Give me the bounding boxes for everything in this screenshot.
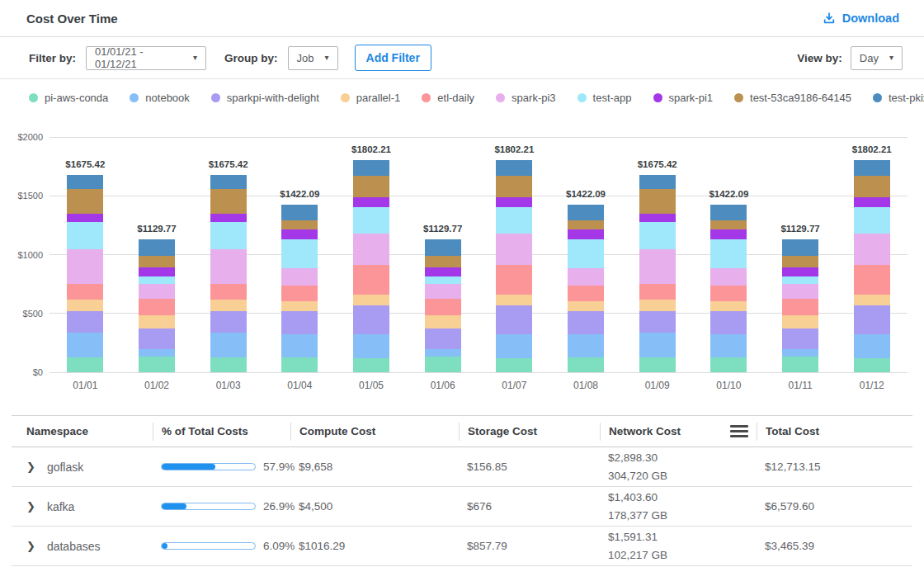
stacked-bar[interactable]	[710, 205, 747, 372]
bar-segment-test-pkix[interactable]	[568, 205, 604, 220]
bar-segment-test-app[interactable]	[139, 276, 175, 284]
bar-segment-parallel-1[interactable]	[710, 301, 747, 311]
legend-item-spark-pi1[interactable]: spark-pi1	[653, 92, 713, 104]
bar-segment-spark-pi3[interactable]	[568, 268, 604, 286]
bar-segment-etl-daily[interactable]	[210, 284, 247, 300]
bar-segment-test-53ca9186-64145[interactable]	[568, 220, 604, 229]
bar-segment-sparkpi-with-delight[interactable]	[139, 328, 175, 349]
bar-segment-test-pkix[interactable]	[639, 175, 676, 188]
bar-segment-test-53ca9186-64145[interactable]	[210, 189, 247, 214]
bar-segment-etl-daily[interactable]	[782, 299, 818, 315]
bar-segment-test-53ca9186-64145[interactable]	[281, 220, 318, 229]
bar-segment-etl-daily[interactable]	[425, 299, 461, 315]
bar-segment-sparkpi-with-delight[interactable]	[568, 311, 604, 334]
column-menu-icon[interactable]	[730, 425, 748, 437]
bar-segment-sparkpi-with-delight[interactable]	[281, 311, 318, 334]
bar-segment-notebook[interactable]	[210, 333, 247, 357]
table-row[interactable]: ❯databases6.09%$1016.29$857.79$1,591.311…	[12, 527, 912, 566]
bar-segment-test-pkix[interactable]	[353, 160, 389, 175]
bar-segment-pi-aws-conda[interactable]	[210, 357, 247, 372]
bar-segment-sparkpi-with-delight[interactable]	[67, 311, 103, 333]
bar-segment-test-53ca9186-64145[interactable]	[782, 256, 818, 267]
bar-segment-pi-aws-conda[interactable]	[281, 357, 318, 372]
bar-segment-pi-aws-conda[interactable]	[639, 357, 676, 372]
bar-segment-test-53ca9186-64145[interactable]	[496, 176, 532, 198]
stacked-bar[interactable]	[496, 160, 532, 372]
bar-segment-pi-aws-conda[interactable]	[67, 357, 103, 372]
bar-segment-sparkpi-with-delight[interactable]	[496, 305, 532, 334]
bar-segment-notebook[interactable]	[568, 334, 604, 357]
bar-segment-spark-pi3[interactable]	[639, 249, 676, 284]
bar-segment-spark-pi1[interactable]	[425, 267, 461, 276]
bar-segment-notebook[interactable]	[425, 349, 461, 357]
bar-segment-test-53ca9186-64145[interactable]	[854, 176, 890, 198]
bar-segment-sparkpi-with-delight[interactable]	[425, 328, 461, 349]
bar-segment-test-pkix[interactable]	[496, 160, 532, 175]
table-row[interactable]: ❯goflask57.9%$9,658$156.85$2,898.30304,7…	[12, 447, 912, 487]
bar-segment-notebook[interactable]	[67, 333, 103, 357]
bar-segment-spark-pi1[interactable]	[568, 229, 604, 239]
bar-segment-notebook[interactable]	[281, 334, 318, 357]
stacked-bar[interactable]	[139, 239, 175, 372]
bar-segment-spark-pi3[interactable]	[854, 234, 890, 265]
bar-segment-sparkpi-with-delight[interactable]	[710, 311, 747, 334]
stacked-bar[interactable]	[639, 175, 676, 372]
bar-segment-pi-aws-conda[interactable]	[568, 357, 604, 372]
bar-segment-pi-aws-conda[interactable]	[496, 358, 532, 372]
bar-segment-spark-pi1[interactable]	[710, 229, 747, 239]
bar-segment-notebook[interactable]	[353, 334, 389, 358]
bar-segment-test-53ca9186-64145[interactable]	[425, 256, 461, 267]
bar-segment-test-pkix[interactable]	[139, 239, 175, 256]
bar-segment-parallel-1[interactable]	[568, 301, 604, 311]
bar-segment-spark-pi3[interactable]	[67, 249, 103, 284]
bar-segment-spark-pi1[interactable]	[139, 267, 175, 276]
bar-segment-test-app[interactable]	[710, 239, 747, 268]
legend-item-pi-aws-conda[interactable]: pi-aws-conda	[29, 92, 108, 104]
bar-segment-notebook[interactable]	[854, 334, 890, 358]
bar-segment-sparkpi-with-delight[interactable]	[782, 328, 818, 349]
bar-segment-parallel-1[interactable]	[281, 301, 318, 311]
expand-chevron-icon[interactable]: ❯	[26, 500, 35, 513]
expand-chevron-icon[interactable]: ❯	[26, 540, 35, 552]
stacked-bar[interactable]	[854, 160, 890, 372]
bar-segment-spark-pi1[interactable]	[854, 197, 890, 207]
bar-segment-pi-aws-conda[interactable]	[854, 358, 890, 372]
date-range-select[interactable]: 01/01/21 - 01/12/21 ▾	[86, 46, 206, 70]
bar-segment-test-53ca9186-64145[interactable]	[67, 189, 103, 214]
bar-segment-parallel-1[interactable]	[782, 315, 818, 328]
bar-segment-spark-pi3[interactable]	[710, 268, 747, 286]
bar-segment-test-app[interactable]	[425, 276, 461, 284]
bar-segment-test-53ca9186-64145[interactable]	[353, 176, 389, 198]
bar-segment-test-53ca9186-64145[interactable]	[639, 189, 676, 214]
bar-segment-notebook[interactable]	[639, 333, 676, 357]
bar-segment-test-app[interactable]	[639, 222, 676, 249]
bar-segment-etl-daily[interactable]	[496, 265, 532, 294]
bar-segment-etl-daily[interactable]	[139, 299, 175, 315]
bar-segment-spark-pi3[interactable]	[496, 234, 532, 265]
bar-segment-pi-aws-conda[interactable]	[139, 357, 175, 372]
bar-segment-notebook[interactable]	[139, 349, 175, 357]
legend-item-parallel-1[interactable]: parallel-1	[341, 92, 400, 104]
bar-segment-parallel-1[interactable]	[139, 315, 175, 328]
bar-segment-spark-pi3[interactable]	[139, 284, 175, 299]
bar-segment-test-app[interactable]	[353, 207, 389, 234]
bar-segment-spark-pi3[interactable]	[281, 268, 318, 286]
legend-item-notebook[interactable]: notebook	[130, 92, 190, 104]
bar-segment-spark-pi3[interactable]	[210, 249, 247, 284]
download-button[interactable]: Download	[823, 12, 899, 25]
bar-segment-pi-aws-conda[interactable]	[782, 357, 818, 372]
bar-segment-pi-aws-conda[interactable]	[710, 357, 747, 372]
bar-segment-spark-pi1[interactable]	[782, 267, 818, 276]
bar-segment-test-app[interactable]	[568, 239, 604, 268]
table-row[interactable]: ❯kafka26.9%$4,500$676$1,403.60178,377 GB…	[12, 487, 912, 527]
bar-segment-spark-pi1[interactable]	[210, 214, 247, 222]
bar-segment-spark-pi3[interactable]	[425, 284, 461, 299]
stacked-bar[interactable]	[210, 175, 247, 372]
bar-segment-parallel-1[interactable]	[425, 315, 461, 328]
legend-item-sparkpi-with-delight[interactable]: sparkpi-with-delight	[211, 92, 319, 104]
bar-segment-test-pkix[interactable]	[710, 205, 747, 220]
bar-segment-pi-aws-conda[interactable]	[425, 357, 461, 372]
bar-segment-notebook[interactable]	[782, 349, 818, 357]
view-by-select[interactable]: Day ▾	[851, 46, 903, 70]
bar-segment-sparkpi-with-delight[interactable]	[353, 305, 389, 334]
